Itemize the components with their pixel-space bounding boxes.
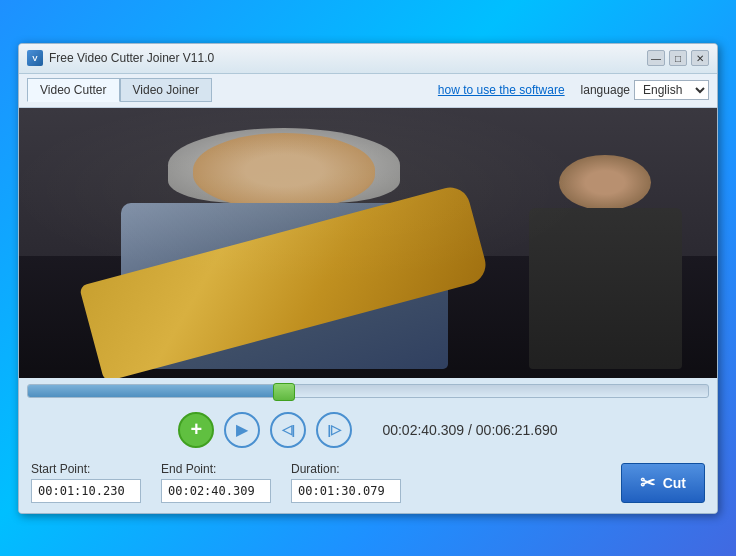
add-file-button[interactable]: + bbox=[178, 412, 214, 448]
duration-label: Duration: bbox=[291, 462, 401, 476]
app-icon: V bbox=[27, 50, 43, 66]
cut-button[interactable]: ✂ Cut bbox=[621, 463, 705, 503]
progress-area bbox=[19, 378, 717, 404]
end-point-label: End Point: bbox=[161, 462, 271, 476]
controls-row: + ▶ ◁| |▷ 00:02:40.309 / 00:06:21.690 bbox=[19, 404, 717, 456]
cut-button-label: Cut bbox=[663, 475, 686, 491]
window-controls: — □ ✕ bbox=[647, 50, 709, 66]
language-label: language bbox=[581, 83, 630, 97]
mark-out-icon: |▷ bbox=[328, 422, 342, 437]
start-point-label: Start Point: bbox=[31, 462, 141, 476]
start-point-group: Start Point: bbox=[31, 462, 141, 503]
video-frame bbox=[19, 108, 717, 378]
figure-guitarist bbox=[103, 121, 466, 369]
time-display: 00:02:40.309 / 00:06:21.690 bbox=[382, 422, 557, 438]
window-title: Free Video Cutter Joiner V11.0 bbox=[49, 51, 647, 65]
end-point-input[interactable] bbox=[161, 479, 271, 503]
bg-figure-head bbox=[559, 155, 651, 210]
play-icon: ▶ bbox=[236, 420, 248, 439]
mark-in-button[interactable]: ◁| bbox=[270, 412, 306, 448]
duration-input[interactable] bbox=[291, 479, 401, 503]
fields-row: Start Point: End Point: Duration: ✂ Cut bbox=[19, 456, 717, 513]
toolbar: Video Cutter Video Joiner how to use the… bbox=[19, 74, 717, 108]
duration-group: Duration: bbox=[291, 462, 401, 503]
scissors-icon: ✂ bbox=[640, 472, 655, 494]
guitarist-head bbox=[193, 133, 374, 208]
help-link[interactable]: how to use the software bbox=[438, 83, 565, 97]
maximize-button[interactable]: □ bbox=[669, 50, 687, 66]
tab-video-joiner[interactable]: Video Joiner bbox=[120, 78, 213, 102]
mark-out-button[interactable]: |▷ bbox=[316, 412, 352, 448]
bg-figure-body bbox=[529, 208, 683, 370]
title-bar: V Free Video Cutter Joiner V11.0 — □ ✕ bbox=[19, 44, 717, 74]
language-select[interactable]: English Chinese French German Spanish bbox=[634, 80, 709, 100]
figure-background bbox=[529, 148, 683, 369]
app-window: V Free Video Cutter Joiner V11.0 — □ ✕ V… bbox=[18, 43, 718, 514]
progress-track[interactable] bbox=[27, 384, 709, 398]
video-player bbox=[19, 108, 717, 378]
progress-fill bbox=[28, 385, 280, 397]
close-button[interactable]: ✕ bbox=[691, 50, 709, 66]
mark-in-icon: ◁| bbox=[282, 422, 296, 437]
end-point-group: End Point: bbox=[161, 462, 271, 503]
start-point-input[interactable] bbox=[31, 479, 141, 503]
minimize-button[interactable]: — bbox=[647, 50, 665, 66]
progress-thumb[interactable] bbox=[273, 383, 295, 401]
play-button[interactable]: ▶ bbox=[224, 412, 260, 448]
tab-video-cutter[interactable]: Video Cutter bbox=[27, 78, 120, 102]
